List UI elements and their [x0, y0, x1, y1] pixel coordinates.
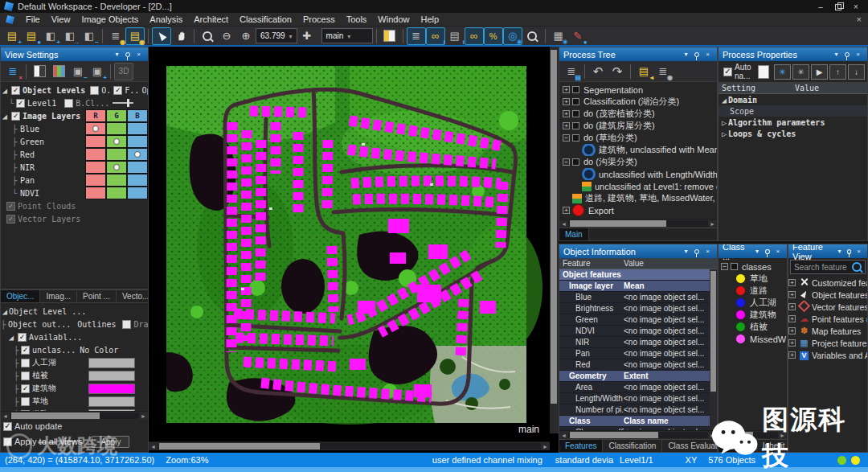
checkbox[interactable] — [113, 86, 122, 95]
process-item[interactable]: Segementation — [559, 84, 717, 96]
class-item[interactable]: 植被 — [721, 321, 787, 333]
feature-row[interactable]: Red<no image object sel... — [559, 359, 717, 371]
channel-cell[interactable] — [106, 122, 127, 135]
chevron-down-icon[interactable]: ▾ — [835, 248, 844, 255]
pin-icon[interactable] — [694, 249, 699, 254]
expander-icon[interactable] — [788, 291, 796, 298]
checkbox[interactable] — [21, 384, 30, 393]
auto-update-checkbox[interactable] — [3, 422, 12, 431]
expander-icon[interactable] — [563, 122, 570, 129]
horizontal-scrollbar[interactable]: ◄► — [559, 219, 717, 228]
expander-icon[interactable] — [563, 134, 570, 142]
chevron-down-icon[interactable]: ▾ — [681, 51, 691, 58]
process-item[interactable]: 道路, 建筑物, 草地, MissedWater, 植被, 人工 — [559, 192, 717, 204]
magnifier-window-button[interactable] — [522, 27, 542, 45]
horizontal-scrollbar[interactable]: ◄► — [149, 441, 550, 450]
pin-icon[interactable] — [845, 52, 850, 57]
close-icon[interactable]: × — [133, 51, 144, 58]
class-item[interactable]: 道路 — [721, 285, 787, 297]
menu-tools[interactable]: Tools — [341, 14, 373, 24]
view-settings-titlebar[interactable]: View Settings ▾ × — [1, 47, 148, 61]
tab-class-evaluation[interactable]: Class Evaluation — [662, 440, 718, 452]
object-node-button[interactable]: % — [484, 27, 503, 45]
tree-row-layer[interactable]: ├Red — [1, 148, 148, 161]
tree-row-class[interactable]: ├草地 — [1, 395, 148, 408]
run-process-button[interactable]: ▤◂ — [634, 63, 653, 80]
split-view-button[interactable] — [380, 27, 399, 45]
tree-row-layer[interactable]: ├Pan — [1, 174, 148, 187]
tree-row-available[interactable]: Availabl... — [1, 330, 148, 343]
tree-row-point-clouds[interactable]: Point Clouds — [1, 199, 148, 212]
channel-cell[interactable] — [85, 161, 106, 174]
chevron-down-icon[interactable]: ▾ — [752, 248, 762, 255]
close-icon[interactable]: × — [702, 51, 713, 58]
menu-process[interactable]: Process — [297, 14, 341, 24]
process-item[interactable]: unclassified at Level1: remove objects — [559, 180, 717, 192]
class-item[interactable]: 建筑物 — [721, 309, 787, 321]
feature-group[interactable]: ✽Map features — [788, 325, 867, 337]
class-color-swatch[interactable] — [88, 384, 135, 394]
setting-row[interactable]: Domain — [719, 94, 867, 105]
navigate-button[interactable]: ✚ — [297, 27, 317, 45]
tree-row-root[interactable]: Object Level ... — [1, 305, 148, 318]
channel-cell[interactable] — [127, 161, 148, 174]
view-classification-button[interactable]: ∞i — [426, 27, 445, 45]
feature-section[interactable]: Object features — [559, 269, 717, 281]
curve-edit-button[interactable]: ✎● — [568, 27, 588, 45]
channel-cell[interactable] — [106, 148, 127, 161]
setting-row[interactable]: Loops & cycles — [719, 128, 867, 139]
tab-main[interactable]: Main — [559, 228, 589, 240]
pan-hand-button[interactable] — [171, 27, 190, 45]
menu-file[interactable]: File — [20, 14, 46, 24]
undo-button[interactable]: ↶ — [588, 63, 608, 80]
process-item[interactable]: 建筑物, unclassified with Mean NDVI > — [559, 144, 717, 156]
satellite-image[interactable] — [149, 47, 548, 433]
feature-row[interactable]: Area<no image object sel... — [559, 382, 717, 393]
remove-split-button[interactable]: ▣− — [68, 63, 88, 80]
execute-button[interactable]: ▶ — [811, 64, 828, 80]
chevron-down-icon[interactable]: ▾ — [831, 51, 841, 58]
checkbox[interactable] — [11, 112, 20, 121]
add-image-layer-button[interactable]: ▤+ — [2, 27, 22, 45]
add-split-button[interactable]: ▣+ — [88, 63, 107, 80]
channel-cell[interactable] — [85, 135, 106, 148]
tree-row-layer[interactable]: ├Blue — [1, 122, 148, 135]
tree-row-vector-layers[interactable]: Vector Layers — [1, 212, 148, 225]
tab-object[interactable]: Objec... — [1, 290, 40, 302]
tab-groups[interactable]: Groups — [719, 440, 757, 452]
menu-help[interactable]: Help — [415, 14, 444, 24]
feature-group[interactable]: ☁Point features (po — [788, 313, 867, 325]
class-color-swatch[interactable] — [88, 371, 135, 381]
edit-layer-list-button[interactable]: ≣× — [3, 63, 23, 80]
feature-subsection[interactable]: GeometryExtent — [559, 371, 717, 382]
class-root[interactable]: classes — [721, 261, 787, 273]
object-information-titlebar[interactable]: Object Information ▾ × — [559, 244, 717, 258]
menu-image-objects[interactable]: Image Objects — [76, 14, 144, 24]
layer-mixing-button[interactable]: ▤◉ — [125, 27, 145, 45]
feature-row[interactable]: Brightness<no image object sel... — [559, 303, 717, 314]
layer-stack-button[interactable]: ≣◉ — [106, 27, 125, 45]
feature-row[interactable]: Pan<no image object sel... — [559, 348, 717, 359]
channel-cell[interactable] — [85, 174, 106, 187]
horizontal-scrollbar[interactable]: ◄► — [1, 411, 148, 420]
tree-row-class[interactable]: ├植被 — [1, 369, 148, 382]
tab-point[interactable]: Point ... — [77, 290, 117, 302]
tree-row-layer[interactable]: ├NIR — [1, 161, 148, 174]
tab-features[interactable]: Features — [559, 440, 603, 452]
grid-settings-button[interactable]: ▦✳ — [549, 27, 568, 45]
tab-classification[interactable]: Classification — [603, 440, 662, 452]
chevron-down-icon[interactable]: ▾ — [112, 51, 122, 58]
tree-row-outline[interactable]: ├Object out... Outlines Draw — [1, 318, 148, 330]
channel-cell[interactable] — [127, 135, 148, 148]
channel-cell[interactable] — [106, 187, 127, 199]
transparency-slider[interactable] — [113, 102, 133, 104]
redo-button[interactable]: ↷ — [608, 63, 627, 80]
channel-cell[interactable] — [127, 174, 148, 187]
edit-settings-button[interactable]: ✳ — [774, 64, 791, 80]
restore-button[interactable] — [829, 2, 847, 11]
checkbox[interactable] — [122, 320, 131, 329]
pin-icon[interactable] — [847, 249, 851, 254]
close-icon[interactable]: × — [853, 51, 863, 58]
feature-group[interactable]: Vector features — [788, 301, 867, 313]
menu-classification[interactable]: Classification — [234, 14, 297, 24]
